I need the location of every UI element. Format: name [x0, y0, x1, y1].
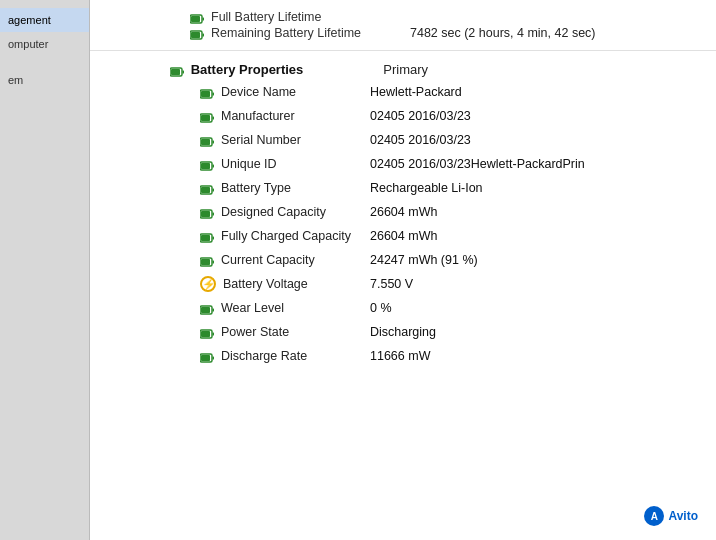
sidebar-item-computer[interactable]: omputer — [0, 32, 89, 56]
sidebar: agement omputer em — [0, 0, 90, 540]
svg-rect-14 — [201, 115, 210, 121]
svg-rect-38 — [201, 331, 210, 337]
svg-rect-1 — [203, 17, 205, 20]
battery-property-row: Serial Number 02405 2016/03/23 — [90, 128, 716, 152]
avito-badge: A Avito — [636, 502, 706, 530]
sidebar-item-tem[interactable]: em — [0, 68, 89, 92]
svg-rect-41 — [201, 355, 210, 361]
battery-icon-child — [200, 328, 214, 337]
property-label: Wear Level — [90, 301, 360, 315]
svg-rect-32 — [201, 259, 210, 265]
battery-icon-child — [200, 88, 214, 97]
battery-icon-child — [200, 112, 214, 121]
svg-rect-4 — [203, 33, 205, 36]
battery-icon-child — [200, 304, 214, 313]
battery-property-row: Manufacturer 02405 2016/03/23 — [90, 104, 716, 128]
battery-icon-child — [200, 160, 214, 169]
svg-rect-10 — [213, 92, 215, 95]
battery-icon-child — [200, 352, 214, 361]
battery-property-row: Wear Level 0 % — [90, 296, 716, 320]
sidebar-item-management[interactable]: agement — [0, 8, 89, 32]
property-label: Discharge Rate — [90, 349, 360, 363]
svg-rect-29 — [201, 235, 210, 241]
battery-rows: Device Name Hewlett-Packard Manufacturer… — [90, 80, 716, 368]
svg-rect-7 — [183, 71, 185, 74]
svg-rect-19 — [213, 164, 215, 167]
svg-rect-5 — [191, 32, 200, 38]
svg-rect-11 — [201, 91, 210, 97]
battery-property-row: Power State Discharging — [90, 320, 716, 344]
property-value: 26604 mWh — [360, 205, 437, 219]
property-label: Unique ID — [90, 157, 360, 171]
battery-property-row: Fully Charged Capacity 26604 mWh — [90, 224, 716, 248]
full-battery-lifetime-label: Full Battery Lifetime — [190, 10, 410, 24]
battery-icon-child — [200, 136, 214, 145]
battery-icon-child — [200, 232, 214, 241]
svg-rect-31 — [213, 260, 215, 263]
property-value: 02405 2016/03/23Hewlett-PackardPrin — [360, 157, 585, 171]
battery-icon-full — [190, 13, 204, 22]
property-value: 7.550 V — [360, 277, 413, 291]
svg-rect-22 — [213, 188, 215, 191]
property-value: 02405 2016/03/23 — [360, 109, 471, 123]
battery-property-row: Battery Type Rechargeable Li-Ion — [90, 176, 716, 200]
property-label: Current Capacity — [90, 253, 360, 267]
battery-icon-child — [200, 256, 214, 265]
battery-icon-child — [200, 184, 214, 193]
battery-properties-header: Battery Properties Primary — [90, 59, 716, 80]
property-value: 11666 mW — [360, 349, 430, 363]
sidebar-item-empty — [0, 56, 89, 68]
property-value: 24247 mWh (91 %) — [360, 253, 478, 267]
svg-rect-40 — [213, 356, 215, 359]
warning-icon: ⚡ — [200, 276, 216, 292]
battery-property-row: Unique ID 02405 2016/03/23Hewlett-Packar… — [90, 152, 716, 176]
battery-property-row: ⚡ Battery Voltage 7.550 V — [90, 272, 716, 296]
battery-property-row: Designed Capacity 26604 mWh — [90, 200, 716, 224]
property-label: Power State — [90, 325, 360, 339]
property-value: 0 % — [360, 301, 392, 315]
property-value: Hewlett-Packard — [360, 85, 462, 99]
property-label: Battery Type — [90, 181, 360, 195]
content-area: Full Battery Lifetime Remaining Battery … — [90, 0, 716, 540]
property-value: Discharging — [360, 325, 436, 339]
svg-rect-26 — [201, 211, 210, 217]
property-label: Fully Charged Capacity — [90, 229, 360, 243]
svg-rect-13 — [213, 116, 215, 119]
remaining-battery-lifetime-value: 7482 sec (2 hours, 4 min, 42 sec) — [410, 26, 596, 40]
battery-icon-header — [170, 65, 184, 74]
remaining-battery-lifetime-label: Remaining Battery Lifetime — [190, 26, 410, 40]
top-section: Full Battery Lifetime Remaining Battery … — [90, 6, 716, 51]
property-label: Designed Capacity — [90, 205, 360, 219]
property-value: Rechargeable Li-Ion — [360, 181, 483, 195]
battery-icon-remaining — [190, 29, 204, 38]
svg-rect-35 — [201, 307, 210, 313]
svg-rect-34 — [213, 308, 215, 311]
svg-rect-25 — [213, 212, 215, 215]
property-value: 26604 mWh — [360, 229, 437, 243]
svg-rect-37 — [213, 332, 215, 335]
remaining-battery-lifetime-row: Remaining Battery Lifetime 7482 sec (2 h… — [190, 26, 706, 40]
property-label: Manufacturer — [90, 109, 360, 123]
property-label: Serial Number — [90, 133, 360, 147]
battery-properties-section: Battery Properties Primary Device Name H… — [90, 55, 716, 372]
svg-rect-2 — [191, 16, 200, 22]
battery-property-row: Discharge Rate 11666 mW — [90, 344, 716, 368]
property-value: 02405 2016/03/23 — [360, 133, 471, 147]
avito-label: Avito — [668, 509, 698, 523]
svg-rect-28 — [213, 236, 215, 239]
svg-rect-23 — [201, 187, 210, 193]
avito-dot: A — [644, 506, 664, 526]
svg-rect-16 — [213, 140, 215, 143]
battery-property-row: Device Name Hewlett-Packard — [90, 80, 716, 104]
svg-rect-17 — [201, 139, 210, 145]
svg-rect-8 — [171, 69, 180, 75]
property-label: ⚡ Battery Voltage — [90, 276, 360, 292]
main-container: agement omputer em Full Battery Lifetime — [0, 0, 716, 540]
full-battery-lifetime-row: Full Battery Lifetime — [190, 10, 706, 24]
svg-rect-20 — [201, 163, 210, 169]
battery-property-row: Current Capacity 24247 mWh (91 %) — [90, 248, 716, 272]
battery-icon-child — [200, 208, 214, 217]
property-label: Device Name — [90, 85, 360, 99]
